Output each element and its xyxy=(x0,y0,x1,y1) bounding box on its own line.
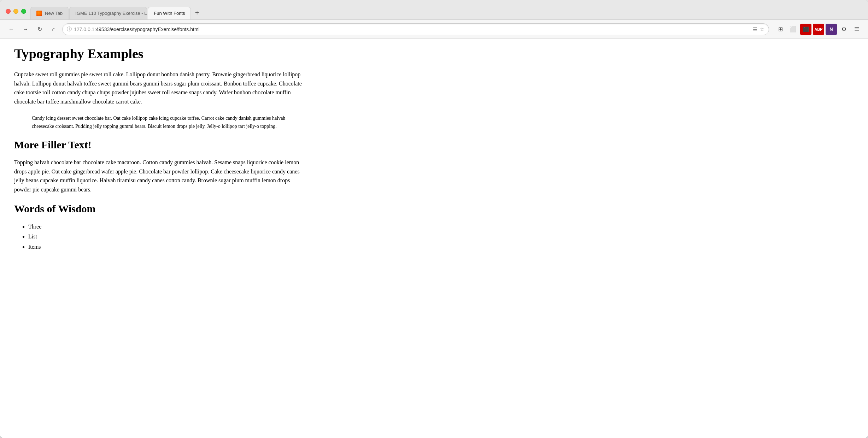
pocket-icon: ⬛ xyxy=(803,26,809,32)
tab-new-tab[interactable]: New Tab xyxy=(30,7,69,19)
back-button[interactable]: ← xyxy=(6,24,17,35)
page-content: Typography Examples Cupcake sweet roll g… xyxy=(14,46,304,252)
minimize-traffic-light[interactable] xyxy=(13,9,18,14)
synced-tabs-button[interactable]: ⬜ xyxy=(787,24,799,35)
traffic-lights xyxy=(6,9,26,14)
toolbar-actions: ⊞ ⬜ ⬛ ABP N ⚙ ☰ xyxy=(775,24,862,35)
address-text: 127.0.0.1:49533/exercises/typographyExer… xyxy=(74,26,751,32)
settings-icon: ⚙ xyxy=(841,26,846,32)
reload-icon: ↻ xyxy=(37,26,42,32)
heading-words-of-wisdom: Words of Wisdom xyxy=(14,203,304,215)
toolbar: ← → ↻ ⌂ ⓘ 127.0.0.1:49533/exercises/typo… xyxy=(0,20,868,39)
paragraph-2: Topping halvah chocolate bar chocolate c… xyxy=(14,158,304,194)
address-bar[interactable]: ⓘ 127.0.0.1:49533/exercises/typographyEx… xyxy=(62,23,769,35)
firefox-favicon-icon xyxy=(36,11,42,16)
address-path: 49533/exercises/typographyExercise/fonts… xyxy=(96,26,199,32)
synced-tabs-icon: ⬜ xyxy=(790,26,797,32)
browser-window: New Tab IGME 110 Typography Exercise - L… xyxy=(0,0,868,438)
back-icon: ← xyxy=(8,26,14,32)
blockquote-text: Candy icing dessert sweet chocolate bar.… xyxy=(32,114,304,130)
tabs-area: New Tab IGME 110 Typography Exercise - L… xyxy=(30,7,868,19)
list-item: Three xyxy=(28,222,304,232)
maximize-traffic-light[interactable] xyxy=(21,9,26,14)
reader-view-icon[interactable]: ☰ xyxy=(753,26,757,32)
new-tab-button[interactable]: + xyxy=(192,7,202,18)
reload-button[interactable]: ↻ xyxy=(34,24,45,35)
address-protocol: 127.0.0.1: xyxy=(74,26,96,32)
home-icon: ⌂ xyxy=(52,26,55,32)
menu-button[interactable]: ☰ xyxy=(851,24,862,35)
forward-icon: → xyxy=(23,26,28,32)
tab-igme[interactable]: IGME 110 Typography Exercise - Law xyxy=(69,7,147,19)
settings-button[interactable]: ⚙ xyxy=(838,24,850,35)
library-icon-button[interactable]: ⊞ xyxy=(775,24,786,35)
onenote-icon: N xyxy=(829,26,833,32)
tab-label: IGME 110 Typography Exercise - Law xyxy=(75,11,147,16)
close-traffic-light[interactable] xyxy=(6,9,11,14)
heading-more-filler: More Filler Text! xyxy=(14,139,304,151)
wisdom-list: Three List Items xyxy=(28,222,304,252)
abp-icon: ABP xyxy=(814,27,822,31)
info-icon: ⓘ xyxy=(67,26,72,32)
bookmark-icon[interactable]: ☆ xyxy=(760,26,764,32)
content-area: Typography Examples Cupcake sweet roll g… xyxy=(0,39,868,438)
onenote-button[interactable]: N xyxy=(826,24,837,35)
page-title: Typography Examples xyxy=(14,46,304,61)
pocket-button[interactable]: ⬛ xyxy=(800,24,811,35)
list-item: List xyxy=(28,232,304,242)
tab-label: New Tab xyxy=(45,11,63,16)
paragraph-1: Cupcake sweet roll gummies pie sweet rol… xyxy=(14,70,304,106)
list-item: Items xyxy=(28,242,304,252)
home-button[interactable]: ⌂ xyxy=(48,24,59,35)
hamburger-icon: ☰ xyxy=(854,26,859,32)
blockquote: Candy icing dessert sweet chocolate bar.… xyxy=(32,114,304,130)
adblock-plus-button[interactable]: ABP xyxy=(813,24,824,35)
forward-button[interactable]: → xyxy=(20,24,31,35)
tab-fonts[interactable]: Fun With Fonts xyxy=(148,7,191,19)
title-bar: New Tab IGME 110 Typography Exercise - L… xyxy=(0,0,868,20)
library-icon: ⊞ xyxy=(778,26,783,32)
tab-label: Fun With Fonts xyxy=(154,11,185,16)
